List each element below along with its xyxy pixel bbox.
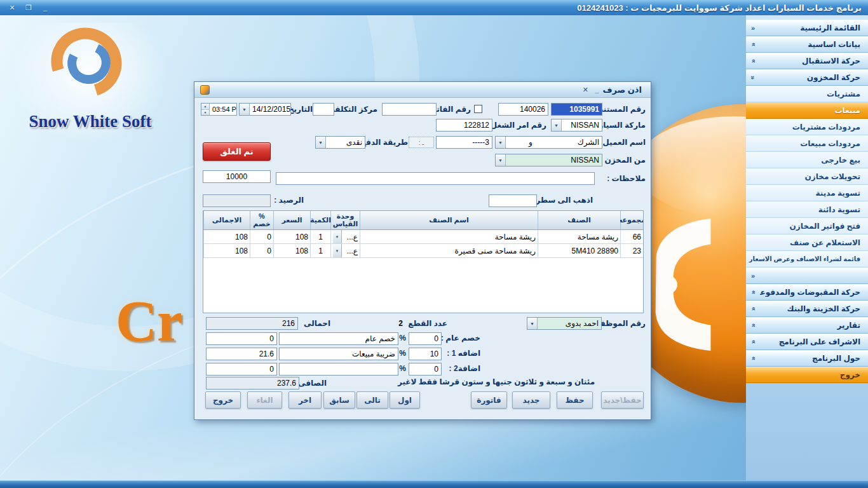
invoice-number-checkbox[interactable] — [474, 105, 482, 113]
window-maximize-button[interactable]: ❐ — [24, 4, 33, 12]
payment-method-combo[interactable]: نقدى ▼ — [315, 136, 365, 149]
cell-price[interactable]: 108 — [273, 230, 310, 244]
chevron-down-icon[interactable]: ▼ — [333, 230, 342, 243]
sidebar-item-basic-data[interactable]: بيانات اساسية « — [746, 36, 868, 53]
last-record-button[interactable]: اخر — [288, 391, 322, 409]
addition-1-name-field[interactable]: ضريبة مبيعات — [279, 348, 398, 360]
cell-total[interactable]: 108 — [203, 230, 250, 244]
chevron-down-icon[interactable]: ▼ — [496, 137, 506, 148]
amount-box-field[interactable]: 10000 — [203, 170, 271, 183]
previous-record-button[interactable]: سابق — [323, 391, 355, 409]
window-minimize-button[interactable]: _ — [41, 4, 50, 12]
sidebar-item-purchase-price-list[interactable]: قائمة لشراء الاصناف وعرض الاسعار — [746, 251, 868, 268]
close-status-button[interactable]: تم الغلق — [203, 142, 271, 161]
sidebar-item-external-sale[interactable]: بيع خارجى — [746, 152, 868, 168]
sidebar-item-label: تسوية مدينة — [746, 189, 868, 198]
cell-item[interactable]: ريشة مساحة — [538, 230, 620, 244]
sidebar-item-reports[interactable]: تقارير « — [746, 317, 868, 334]
warehouse-combo[interactable]: NISSAN ▼ — [495, 154, 602, 166]
cell-item[interactable]: 5M410 28890 — [538, 244, 620, 258]
work-order-field[interactable]: 122812 — [436, 119, 492, 132]
sidebar-item-open-warehouse-invoices[interactable]: فتح فواتير المخازن — [746, 218, 868, 234]
sidebar-item-sales[interactable]: مبيعات — [746, 102, 868, 119]
cell-qty[interactable]: 1 — [310, 244, 330, 258]
cell-group[interactable]: 66 — [620, 230, 643, 244]
chevron-down-icon[interactable]: ▼ — [316, 137, 326, 148]
cell-group[interactable]: 23 — [620, 244, 643, 258]
sidebar-item-item-inquiry[interactable]: الاستعلام عن صنف — [746, 234, 868, 251]
sidebar-item-receipts-payments[interactable]: حركة المقبوضات والمدفوعات « — [746, 284, 868, 301]
employee-combo[interactable]: احمد بدوى ▼ — [527, 317, 602, 330]
cell-item-name[interactable]: ريشة مساحة صنى قصيرة — [360, 244, 538, 258]
general-discount-pct-field[interactable]: 0 — [409, 332, 442, 345]
cell-qty[interactable]: 1 — [310, 230, 330, 244]
sidebar-item-about-program[interactable]: حول البرنامج « — [746, 350, 868, 367]
invoice-button[interactable]: فاتورة — [471, 391, 507, 409]
chevron-down-icon[interactable]: ▼ — [496, 154, 506, 166]
sidebar-item-sales-returns[interactable]: مردودات مبيعات — [746, 135, 868, 152]
cell-price[interactable]: 108 — [273, 244, 310, 258]
chevron-down-icon[interactable]: ▼ — [333, 244, 342, 257]
cell-discount[interactable]: 0 — [250, 230, 273, 244]
time-spinner[interactable]: 03:54 P ▲ ▼ — [201, 103, 237, 116]
sidebar-item-collapsed-group[interactable]: « — [746, 268, 868, 284]
document-number-2-field[interactable]: 140026 — [498, 103, 548, 116]
goto-line-field[interactable] — [489, 194, 537, 207]
dialog-close-button[interactable]: ✕ — [580, 86, 591, 94]
save-new-button[interactable]: حفظ\جديد — [601, 391, 644, 409]
invoice-number-field[interactable] — [382, 103, 437, 116]
sidebar-item-label: مبيعات — [746, 106, 868, 115]
customer-phone-field[interactable]: -----3 — [436, 136, 492, 149]
spinner-buttons[interactable]: ▲ ▼ — [201, 104, 210, 115]
sidebar-item-purchase-returns[interactable]: مردودات مشتريات — [746, 119, 868, 135]
car-brand-combo[interactable]: NISSAN ▼ — [551, 119, 602, 132]
sidebar-item-credit-settlement[interactable]: تسوية دائنة — [746, 201, 868, 218]
addition-2-amount-field[interactable]: 0 — [206, 363, 277, 376]
new-button[interactable]: جديد — [512, 391, 550, 409]
sidebar-item-inventory[interactable]: حركة المخزون « — [746, 69, 868, 86]
sidebar-item-exit[interactable]: خروج — [746, 367, 868, 383]
sum-label: احمالى — [304, 319, 330, 328]
addition-2-name-field[interactable] — [279, 363, 398, 376]
cell-discount[interactable]: 0 — [250, 244, 273, 258]
date-picker[interactable]: 14/12/2015 ▼ — [239, 103, 291, 116]
next-record-button[interactable]: تالى — [356, 391, 388, 409]
chevron-down-icon[interactable]: ▼ — [240, 104, 250, 115]
cell-unit[interactable]: ع... ▼ — [330, 230, 360, 244]
chevron-down-icon[interactable]: ▼ — [527, 318, 538, 329]
addition-2-pct-field[interactable]: 0 — [409, 363, 442, 376]
sidebar-item-debit-settlement[interactable]: تسوية مدينة — [746, 185, 868, 201]
cell-total[interactable]: 108 — [203, 244, 250, 258]
app-logo: Snow White Soft — [14, 23, 166, 144]
cell-item-name[interactable]: ريشة مساحة — [360, 230, 538, 244]
chevron-down-icon[interactable]: ▼ — [552, 119, 562, 131]
sidebar-item-label: حركة الاستقبال — [760, 57, 868, 65]
spinner-down-icon[interactable]: ▼ — [201, 110, 209, 116]
payment-method-value: نقدى — [326, 138, 365, 147]
dialog-minimize-button[interactable]: _ — [591, 86, 602, 93]
sidebar-item-label: تقارير — [760, 321, 868, 330]
window-close-button[interactable]: ✕ — [8, 4, 17, 12]
sidebar-item-program-supervision[interactable]: الاشراف على البرنامج « — [746, 334, 868, 350]
cell-unit[interactable]: ع... ▼ — [330, 244, 360, 258]
notes-field[interactable] — [276, 172, 595, 185]
addition-1-pct-field[interactable]: 10 — [409, 348, 442, 360]
sidebar-item-treasury-bank[interactable]: حركة الخزينة والبنك « — [746, 301, 868, 317]
sidebar-item-reception[interactable]: حركة الاستقبال « — [746, 53, 868, 69]
first-record-button[interactable]: اول — [390, 391, 420, 409]
spinner-up-icon[interactable]: ▲ — [201, 104, 209, 110]
general-discount-amount-field[interactable]: 0 — [206, 332, 277, 345]
save-button[interactable]: حفظ — [557, 391, 593, 409]
customer-combo[interactable]: الشرك و ▼ — [495, 136, 602, 149]
dialog-title: اذن صرف — [602, 85, 651, 95]
sidebar-item-main-menu[interactable]: القائمة الرئيسية « — [746, 20, 868, 36]
cost-center-field[interactable] — [313, 103, 334, 116]
exit-button[interactable]: خروج — [205, 391, 241, 409]
general-discount-name-field[interactable]: خصم عام — [279, 332, 398, 345]
cancel-button[interactable]: الغاء — [247, 391, 282, 409]
sidebar-item-purchases[interactable]: مشتريات — [746, 86, 868, 102]
logo-text: Snow White Soft — [14, 112, 166, 132]
sidebar-item-warehouse-transfers[interactable]: تحويلات مخازن — [746, 168, 868, 185]
document-number-field[interactable]: 1035991 — [551, 103, 602, 116]
addition-1-amount-field[interactable]: 21.6 — [206, 348, 277, 360]
